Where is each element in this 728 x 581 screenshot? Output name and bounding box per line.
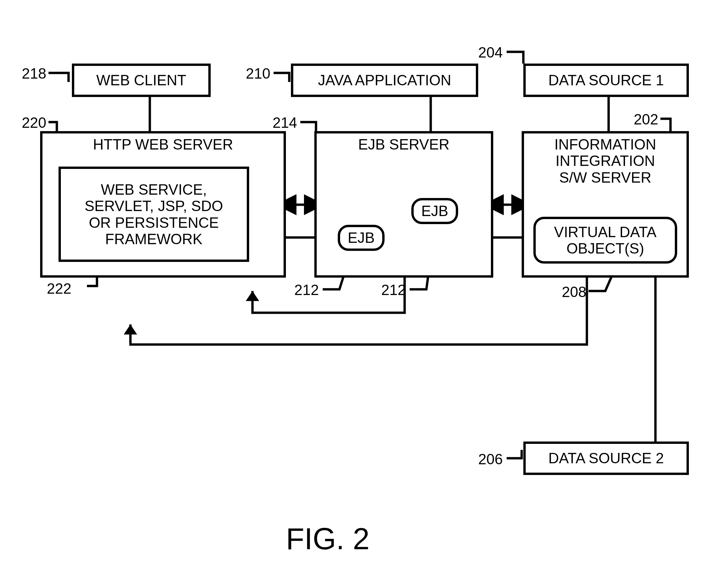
virtual-data-objects-label: VIRTUAL DATA OBJECT(S)	[551, 222, 660, 258]
java-application-box: JAVA APPLICATION	[291, 64, 478, 97]
ejb-pill-left: EJB	[338, 225, 385, 251]
ejb-pill-right-label: EJB	[418, 201, 452, 221]
web-client-label: WEB CLIENT	[93, 71, 190, 90]
ref-218: 218	[22, 65, 46, 82]
information-integration-server-label: INFORMATION INTEGRATION S/W SERVER	[524, 133, 686, 186]
ref-220: 220	[22, 115, 46, 131]
data-source-1-box: DATA SOURCE 1	[523, 64, 689, 97]
ref-212-right: 212	[381, 282, 406, 298]
ref-212-left: 212	[294, 282, 319, 298]
web-client-box: WEB CLIENT	[72, 64, 211, 97]
ref-202: 202	[634, 111, 658, 128]
data-source-2-box: DATA SOURCE 2	[523, 441, 689, 475]
web-service-label: WEB SERVICE, SERVLET, JSP, SDO OR PERSIS…	[81, 180, 226, 249]
data-source-2-label: DATA SOURCE 2	[545, 449, 668, 468]
ref-204: 204	[478, 44, 503, 61]
diagram-canvas: WEB CLIENT JAVA APPLICATION DATA SOURCE …	[0, 0, 728, 581]
ejb-pill-left-label: EJB	[344, 228, 378, 247]
http-web-server-label: HTTP WEB SERVER	[43, 133, 284, 153]
ref-210: 210	[246, 65, 270, 82]
web-service-box: WEB SERVICE, SERVLET, JSP, SDO OR PERSIS…	[58, 167, 249, 262]
ref-206: 206	[478, 451, 503, 468]
java-application-label: JAVA APPLICATION	[315, 71, 455, 90]
figure-caption: FIG. 2	[286, 522, 369, 556]
ejb-pill-right: EJB	[411, 198, 458, 224]
ejb-server-label: EJB SERVER	[317, 133, 491, 153]
data-source-1-label: DATA SOURCE 1	[545, 71, 668, 90]
ref-208: 208	[562, 284, 586, 300]
ref-222: 222	[47, 280, 71, 297]
ejb-server-box: EJB SERVER	[314, 131, 493, 278]
ref-214: 214	[272, 115, 297, 131]
virtual-data-objects-box: VIRTUAL DATA OBJECT(S)	[534, 217, 677, 263]
